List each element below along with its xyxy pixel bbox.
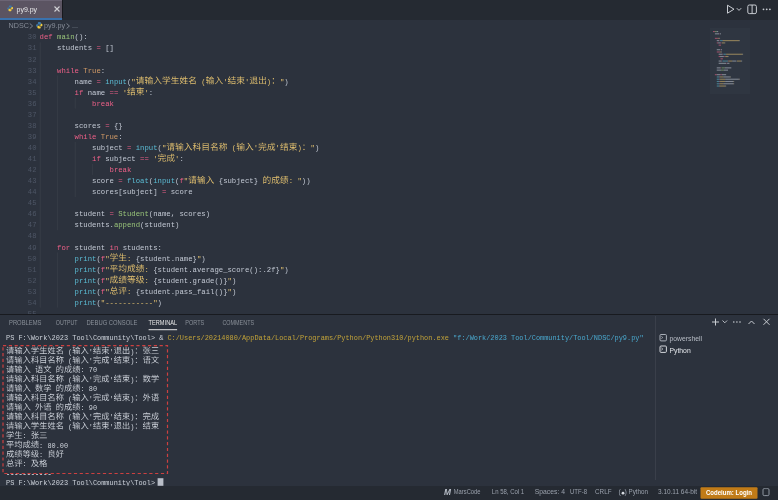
svg-text:scores[subject]: scores[subject]: [40, 188, 162, 196]
svg-text:py9.py: py9.py: [17, 6, 38, 14]
svg-text:46: 46: [28, 210, 37, 218]
svg-text:): ): [267, 78, 271, 86]
svg-text:37: 37: [28, 111, 37, 119]
svg-text:name: name: [88, 89, 110, 97]
svg-text:student: student: [75, 244, 110, 252]
svg-text:): ): [284, 266, 288, 274]
svg-text:48: 48: [28, 232, 37, 240]
svg-text:(: (: [197, 78, 206, 86]
svg-text:): ): [130, 348, 134, 356]
svg-text:{student.grade()}: {student.grade()}: [153, 277, 227, 285]
svg-text:if: if: [75, 89, 88, 97]
svg-text:): ): [130, 395, 134, 403]
svg-text:53: 53: [28, 288, 37, 296]
svg-text:(student): (student): [140, 221, 179, 229]
svg-text:: 80.00: : 80.00: [39, 442, 68, 450]
svg-text:True: True: [83, 67, 100, 75]
svg-text:': ': [110, 348, 114, 356]
svg-text:': ': [110, 423, 114, 431]
svg-text:): ): [130, 357, 134, 365]
svg-text:': ': [89, 423, 93, 431]
svg-text:subject: subject: [105, 155, 140, 163]
svg-text:': ': [276, 144, 280, 152]
svg-text:): ): [130, 413, 134, 421]
svg-text:student: student: [40, 210, 110, 218]
svg-text:': ': [89, 348, 93, 356]
svg-text:": ": [131, 78, 135, 86]
svg-text:{}: {}: [110, 122, 123, 130]
svg-text:': ': [223, 78, 227, 86]
svg-text:Python: Python: [629, 488, 649, 496]
svg-text:=: =: [127, 144, 132, 152]
svg-text:): ): [130, 376, 134, 384]
svg-text:PORTS: PORTS: [185, 319, 204, 326]
svg-text:PROBLEMS: PROBLEMS: [9, 319, 41, 326]
svg-text:def: def: [40, 33, 57, 41]
svg-text:': ': [89, 395, 93, 403]
svg-text:): ): [130, 423, 134, 431]
svg-text:": ": [105, 266, 109, 274]
svg-text::: :: [23, 460, 31, 468]
svg-text::: :: [127, 288, 136, 296]
svg-text:{student.name}: {student.name}: [136, 255, 197, 263]
svg-text:(: (: [64, 376, 72, 384]
svg-text:True: True: [101, 133, 118, 141]
svg-text:==: ==: [110, 89, 119, 97]
svg-text:score: score: [166, 188, 192, 196]
svg-text::: :: [23, 432, 31, 440]
svg-text:NDSC: NDSC: [9, 21, 29, 30]
svg-text:): ): [201, 255, 205, 263]
svg-text:30: 30: [28, 33, 37, 41]
svg-text:{student.pass_fail()}: {student.pass_fail()}: [136, 288, 228, 296]
svg-text:54: 54: [28, 299, 37, 307]
svg-text:Ln 58, Col 1: Ln 58, Col 1: [492, 488, 525, 495]
svg-text:43: 43: [28, 177, 37, 185]
svg-text:): ): [158, 299, 162, 307]
svg-text:3.10.11 64-bit: 3.10.11 64-bit: [658, 488, 697, 495]
svg-text:34: 34: [28, 78, 37, 86]
svg-text::: :: [101, 67, 105, 75]
svg-text:': ': [110, 395, 114, 403]
svg-text:(: (: [64, 395, 72, 403]
svg-text:while: while: [75, 133, 101, 141]
svg-text:': ': [110, 376, 114, 384]
svg-text:input: input: [153, 177, 175, 185]
svg-text::: :: [149, 89, 153, 97]
svg-text::: :: [179, 155, 183, 163]
svg-text:M: M: [444, 487, 452, 497]
svg-text:): ): [297, 144, 301, 152]
svg-text:Student: Student: [118, 210, 149, 218]
svg-text:Python: Python: [670, 347, 691, 355]
svg-text:): ): [625, 488, 627, 496]
svg-text:float: float: [127, 177, 149, 185]
svg-text:': ': [110, 357, 114, 365]
svg-text:44: 44: [28, 188, 37, 196]
svg-text:(: (: [228, 144, 237, 152]
svg-text::: :: [118, 133, 122, 141]
svg-text::: :: [144, 266, 153, 274]
svg-text:49: 49: [28, 244, 37, 252]
svg-text:print: print: [75, 288, 97, 296]
svg-text:CRLF: CRLF: [595, 488, 612, 495]
svg-text:():: ():: [75, 33, 88, 41]
svg-text:=: =: [118, 177, 123, 185]
svg-text:COMMENTS: COMMENTS: [222, 319, 254, 326]
svg-text:': ': [153, 155, 157, 163]
svg-text:): ): [232, 277, 236, 285]
svg-text:=: =: [110, 210, 115, 218]
svg-text:-----------: -----------: [6, 470, 52, 478]
svg-text:Spaces: 4: Spaces: 4: [535, 488, 566, 496]
svg-text:==: ==: [140, 155, 149, 163]
svg-text:): ): [284, 78, 288, 86]
svg-text:print: print: [75, 299, 97, 307]
svg-text:31: 31: [28, 44, 37, 52]
svg-text:": ": [105, 277, 109, 285]
svg-text:': ': [89, 413, 93, 421]
svg-text:UTF-8: UTF-8: [570, 488, 587, 495]
svg-text:DEBUG CONSOLE: DEBUG CONSOLE: [86, 319, 137, 326]
svg-text:powershell: powershell: [670, 335, 703, 343]
svg-text::: :: [39, 451, 47, 459]
svg-text:students: students: [40, 44, 97, 52]
svg-text:py9.py: py9.py: [44, 21, 66, 30]
svg-text:Codeium: Login: Codeium: Login: [706, 489, 752, 497]
